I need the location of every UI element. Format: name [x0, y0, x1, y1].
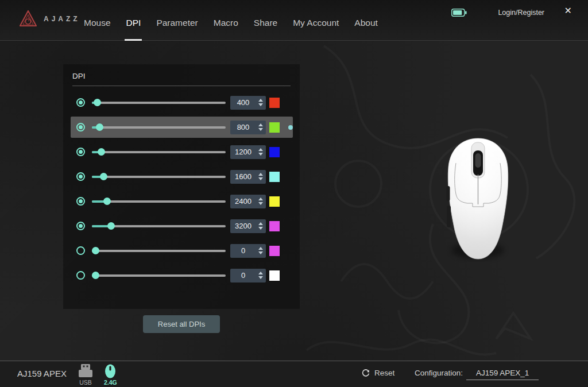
- slider-track[interactable]: [92, 250, 226, 252]
- dpi-slider[interactable]: [92, 99, 226, 106]
- dpi-color-swatch[interactable]: [269, 98, 280, 108]
- dpi-stage-radio[interactable]: [76, 222, 85, 230]
- slider-track[interactable]: [92, 200, 226, 203]
- footer: AJ159 APEX USB 2.4G Reset Configuration:…: [0, 361, 588, 387]
- dpi-slider[interactable]: [92, 247, 226, 254]
- brand: AJAZZ: [18, 9, 80, 29]
- spinner-down-icon[interactable]: [258, 251, 263, 254]
- tab-my-account[interactable]: My Account: [293, 0, 339, 40]
- tab-mouse[interactable]: Mouse: [84, 0, 111, 40]
- dpi-value-input[interactable]: [230, 246, 256, 255]
- dpi-stage-radio[interactable]: [76, 197, 85, 206]
- slider-thumb[interactable]: [107, 222, 115, 230]
- dpi-value-input[interactable]: [230, 271, 256, 280]
- dpi-value-box: [230, 145, 266, 159]
- connection-2-4g[interactable]: 2.4G: [104, 364, 117, 386]
- dpi-stage-list: [63, 92, 300, 286]
- slider-thumb[interactable]: [92, 272, 99, 279]
- dpi-value-input[interactable]: [230, 222, 256, 230]
- close-icon[interactable]: ✕: [564, 6, 572, 16]
- battery-fill: [453, 10, 462, 15]
- configuration-value-field[interactable]: AJ159 APEX_1: [466, 369, 539, 380]
- spinner-down-icon[interactable]: [258, 128, 263, 131]
- dpi-value-input[interactable]: [230, 123, 256, 131]
- slider-track[interactable]: [92, 151, 226, 153]
- spinner-up-icon[interactable]: [258, 198, 263, 200]
- dpi-spinner: [256, 123, 266, 131]
- spinner-up-icon[interactable]: [258, 272, 263, 274]
- dpi-slider[interactable]: [92, 123, 226, 131]
- dpi-stage-radio[interactable]: [76, 98, 85, 107]
- usb-dongle-icon: [78, 364, 93, 378]
- spinner-down-icon[interactable]: [258, 103, 263, 106]
- slider-track[interactable]: [92, 274, 226, 277]
- dpi-value-input[interactable]: [230, 172, 256, 181]
- dpi-color-swatch[interactable]: [269, 246, 280, 256]
- dpi-value-input[interactable]: [230, 197, 256, 206]
- connection-usb[interactable]: USB: [78, 364, 93, 386]
- slider-thumb[interactable]: [96, 123, 103, 131]
- reset-label: Reset: [374, 369, 394, 377]
- dpi-stage-radio[interactable]: [76, 246, 85, 255]
- dpi-value-input[interactable]: [230, 98, 256, 107]
- dpi-color-swatch[interactable]: [269, 221, 280, 231]
- wireless-mouse-icon: [105, 364, 116, 378]
- dpi-slider[interactable]: [92, 173, 226, 180]
- usb-label: USB: [79, 379, 92, 386]
- slider-thumb[interactable]: [92, 247, 99, 254]
- current-dpi-dot: [288, 125, 293, 130]
- dpi-spinner: [256, 222, 266, 230]
- tab-share[interactable]: Share: [254, 0, 277, 40]
- tab-dpi[interactable]: DPI: [126, 0, 141, 40]
- spinner-up-icon[interactable]: [258, 148, 263, 151]
- tab-parameter[interactable]: Parameter: [156, 0, 198, 40]
- spinner-up-icon[interactable]: [258, 222, 263, 225]
- spinner-up-icon[interactable]: [258, 173, 263, 176]
- dpi-value-input[interactable]: [230, 148, 256, 156]
- spinner-down-icon[interactable]: [258, 227, 263, 230]
- dpi-stage-radio[interactable]: [76, 172, 85, 181]
- dpi-stage-row: [71, 166, 293, 187]
- slider-thumb[interactable]: [98, 148, 105, 156]
- slider-thumb[interactable]: [103, 198, 111, 205]
- slider-track[interactable]: [92, 126, 226, 129]
- login-register-link[interactable]: Login/Register: [498, 9, 544, 17]
- dpi-color-swatch[interactable]: [269, 172, 280, 182]
- spinner-up-icon[interactable]: [258, 99, 263, 102]
- tab-macro[interactable]: Macro: [214, 0, 238, 40]
- dpi-color-swatch[interactable]: [269, 122, 280, 133]
- dpi-stage-radio[interactable]: [76, 148, 85, 156]
- dpi-slider[interactable]: [92, 198, 226, 205]
- dpi-slider[interactable]: [92, 148, 226, 156]
- reset-all-dpis-button[interactable]: Reset all DPIs: [143, 315, 220, 333]
- dpi-stage-radio[interactable]: [76, 271, 85, 280]
- dpi-stage-row: [71, 92, 293, 113]
- reset-wrap: Reset all DPIs: [63, 315, 300, 333]
- dpi-color-swatch[interactable]: [269, 196, 280, 207]
- dpi-slider[interactable]: [92, 222, 226, 230]
- slider-thumb[interactable]: [100, 173, 107, 180]
- dpi-slider[interactable]: [92, 272, 226, 279]
- slider-track[interactable]: [92, 102, 226, 104]
- tab-about[interactable]: About: [354, 0, 378, 40]
- configuration-label: Configuration:: [415, 369, 463, 377]
- dpi-spinner: [256, 272, 266, 279]
- spinner-down-icon[interactable]: [258, 202, 263, 205]
- slider-thumb[interactable]: [94, 99, 101, 106]
- spinner-down-icon[interactable]: [258, 177, 263, 180]
- spinner-down-icon[interactable]: [258, 276, 263, 279]
- dpi-spinner: [256, 198, 266, 205]
- main-nav: MouseDPIParameterMacroShareMy AccountAbo…: [84, 0, 378, 40]
- titlebar: AJAZZ MouseDPIParameterMacroShareMy Acco…: [0, 0, 588, 41]
- dpi-panel: DPI: [63, 64, 300, 309]
- spinner-up-icon[interactable]: [258, 123, 263, 126]
- reset-config-button[interactable]: Reset: [362, 369, 394, 377]
- slider-track[interactable]: [92, 176, 226, 178]
- spinner-down-icon[interactable]: [258, 153, 263, 156]
- dpi-color-swatch[interactable]: [269, 270, 280, 281]
- spinner-up-icon[interactable]: [258, 247, 263, 250]
- dpi-color-swatch[interactable]: [269, 147, 280, 157]
- brand-name: AJAZZ: [44, 15, 80, 23]
- dpi-stage-radio[interactable]: [76, 123, 85, 131]
- dpi-stage-row: [71, 265, 293, 286]
